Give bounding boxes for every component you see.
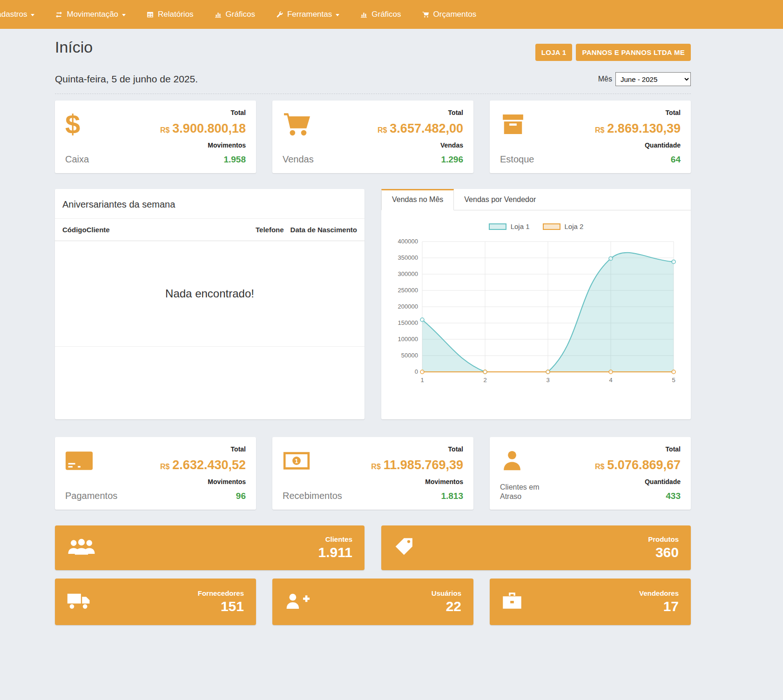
tile-value: 1.911 (318, 545, 352, 560)
total-amount: R$3.900.800,18 (160, 122, 246, 136)
count-label: Movimentos (208, 478, 246, 485)
nav-label: Gráficos (371, 10, 401, 19)
nav-item-cadastros[interactable]: Cadastros (0, 10, 34, 19)
nav-item-graficos-2[interactable]: Gráficos (360, 10, 401, 19)
tile-label: Usuários (432, 589, 461, 597)
svg-text:5: 5 (672, 377, 675, 384)
total-amount: R$2.632.430,52 (160, 458, 246, 472)
svg-text:2: 2 (483, 377, 486, 384)
sales-panel: Vendas no Mês Vendas por Vendedor Loja 1… (381, 189, 691, 419)
table-icon (146, 11, 154, 19)
stat-card-title: Clientes em Atraso (500, 483, 556, 501)
tile-value: 17 (639, 599, 679, 614)
month-select[interactable]: June - 2025 (615, 72, 691, 86)
date-row: Quinta-feira, 5 de junho de 2025. Mês Ju… (55, 72, 691, 94)
column-nascimento: Data de Nascimento (290, 226, 357, 234)
svg-text:1: 1 (420, 377, 424, 384)
company-button[interactable]: PANNOS E PANNOS LTDA ME (576, 44, 691, 61)
count-value: 96 (236, 491, 246, 501)
top-navbar: Cadastros Movimentação Relatórios Gráfic… (0, 0, 783, 29)
dollar-icon: $ (65, 109, 80, 140)
stat-card-recebimentos: 1 Recebimentos Total R$11.985.769,39 Mov… (272, 437, 473, 510)
tag-icon (393, 537, 414, 559)
nav-item-orcamentos[interactable]: Orçamentos (422, 10, 477, 19)
tile-fornecedores[interactable]: Fornecedores 151 (55, 579, 256, 625)
legend-swatch (543, 223, 560, 230)
store-button[interactable]: LOJA 1 (535, 44, 573, 61)
legend-item-loja2[interactable]: Loja 2 (543, 222, 584, 230)
column-telefone: Telefone (256, 226, 284, 234)
tile-label: Clientes (318, 535, 352, 543)
stat-card-title: Estoque (500, 154, 534, 165)
bar-chart-icon (214, 11, 222, 19)
user-plus-icon (284, 592, 310, 612)
tile-usuarios[interactable]: Usuários 22 (272, 579, 473, 625)
nav-label: Movimentação (67, 10, 118, 19)
total-amount: R$5.076.869,67 (595, 458, 681, 472)
column-codigo: Código (62, 226, 87, 234)
column-cliente: Cliente (87, 226, 110, 234)
stat-card-estoque: Estoque Total R$2.869.130,39 Quantidade … (490, 101, 691, 173)
count-value: 1.958 (223, 155, 246, 165)
tile-value: 360 (648, 545, 679, 560)
stat-card-title: Pagamentos (65, 491, 117, 501)
nav-label: Cadastros (0, 10, 27, 19)
total-label: Total (666, 109, 681, 116)
count-label: Movimentos (425, 478, 463, 485)
stat-card-title: Vendas (283, 154, 314, 165)
empty-state-text: Nada encontrado! (55, 241, 364, 347)
nav-label: Relatórios (158, 10, 194, 19)
sales-line-chart: 0500001000001500002000002500003000003500… (385, 234, 681, 389)
nav-item-graficos[interactable]: Gráficos (214, 10, 255, 19)
stat-card-vendas: Vendas Total R$3.657.482,00 Vendas 1.296 (272, 101, 473, 173)
count-value: 1.296 (441, 155, 463, 165)
svg-text:200000: 200000 (398, 303, 418, 310)
count-label: Quantidade (645, 141, 681, 149)
tile-vendedores[interactable]: Vendedores 17 (490, 579, 691, 625)
tab-vendas-por-vendedor[interactable]: Vendas por Vendedor (454, 189, 546, 210)
count-value: 1.813 (441, 491, 463, 501)
count-label: Quantidade (645, 478, 681, 485)
cart-icon (422, 11, 430, 19)
stat-card-title: Recebimentos (283, 491, 342, 501)
chevron-down-icon (122, 14, 126, 16)
tab-vendas-no-mes[interactable]: Vendas no Mês (381, 189, 454, 210)
page-title: Início (55, 38, 93, 56)
svg-text:100000: 100000 (398, 336, 418, 343)
count-value: 64 (671, 155, 681, 165)
legend-label: Loja 1 (511, 222, 530, 230)
cart-icon (283, 109, 311, 140)
chart-legend: Loja 1 Loja 2 (381, 222, 691, 230)
svg-text:4: 4 (609, 377, 612, 384)
credit-card-icon (65, 445, 93, 476)
box-icon (500, 109, 526, 140)
page-header: Início LOJA 1 PANNOS E PANNOS LTDA ME (55, 38, 691, 61)
nav-item-ferramentas[interactable]: Ferramentas (276, 10, 339, 19)
total-amount: R$11.985.769,39 (371, 458, 463, 472)
nav-item-relatorios[interactable]: Relatórios (146, 10, 194, 19)
current-date: Quinta-feira, 5 de junho de 2025. (55, 74, 198, 85)
chevron-down-icon (31, 14, 34, 16)
total-label: Total (448, 109, 463, 116)
svg-text:350000: 350000 (398, 254, 418, 261)
count-value: 433 (666, 491, 681, 501)
stat-card-caixa: $ Caixa Total R$3.900.800,18 Movimentos … (55, 101, 256, 173)
legend-item-loja1[interactable]: Loja 1 (489, 222, 530, 230)
tile-value: 151 (198, 599, 244, 614)
exchange-icon (55, 11, 63, 19)
tile-label: Vendedores (639, 589, 679, 597)
svg-text:50000: 50000 (401, 352, 418, 359)
nav-item-movimentacao[interactable]: Movimentação (55, 10, 126, 19)
svg-text:250000: 250000 (398, 287, 418, 294)
svg-text:0: 0 (415, 368, 418, 375)
tile-label: Produtos (648, 535, 679, 543)
stat-card-pagamentos: Pagamentos Total R$2.632.430,52 Moviment… (55, 437, 256, 510)
stat-card-clientes-atraso: Clientes em Atraso Total R$5.076.869,67 … (490, 437, 691, 510)
tile-produtos[interactable]: Produtos 360 (381, 525, 691, 570)
month-label: Mês (598, 75, 612, 83)
birthdays-title: Aniversariantes da semana (55, 189, 364, 219)
bar-chart-icon (360, 11, 368, 19)
money-bill-icon: 1 (283, 445, 310, 476)
svg-text:1: 1 (295, 458, 298, 464)
tile-clientes[interactable]: Clientes 1.911 (55, 525, 364, 570)
